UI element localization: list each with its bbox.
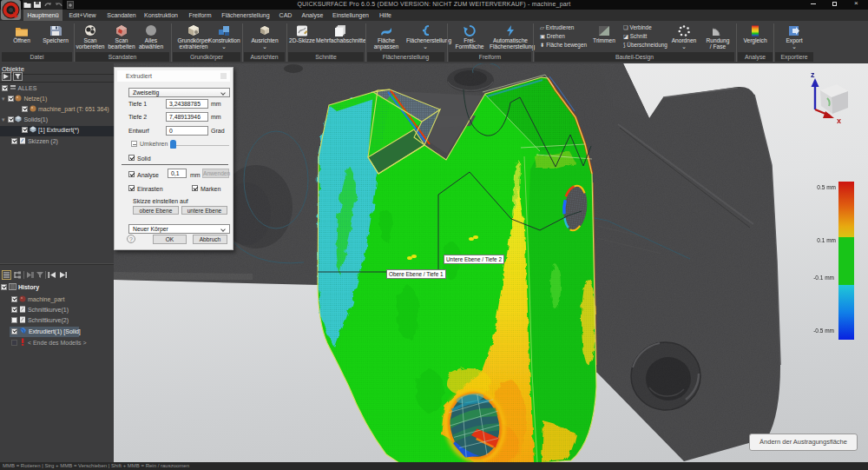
svg-text:x: x <box>837 116 841 125</box>
svg-text:z: z <box>811 70 815 79</box>
